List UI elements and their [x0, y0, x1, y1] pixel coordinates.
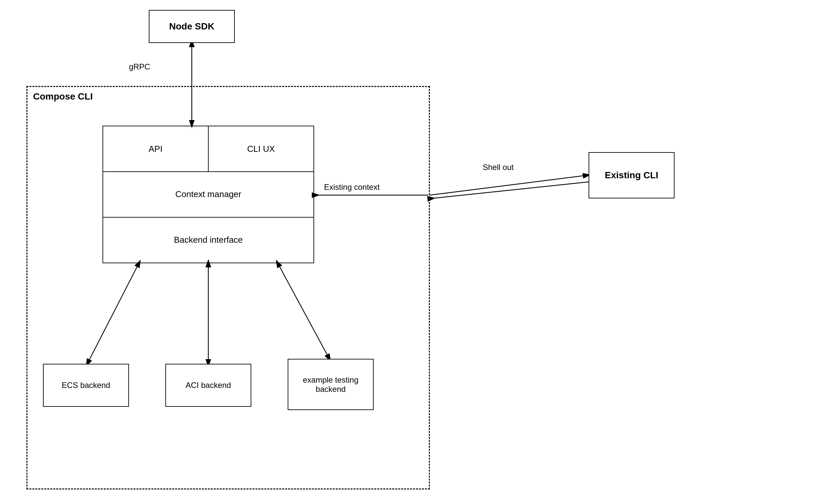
api-label: API — [149, 144, 163, 154]
shell-out-arrow-right — [430, 175, 587, 195]
shell-out-label: Shell out — [483, 163, 514, 172]
grpc-label: gRPC — [129, 62, 150, 72]
ecs-backend-label: ECS backend — [62, 381, 110, 390]
compose-cli-label: Compose CLI — [33, 91, 93, 102]
cli-ux-label: CLI UX — [247, 144, 275, 154]
existing-cli-box: Existing CLI — [589, 152, 675, 198]
api-cli-row: API CLI UX — [103, 126, 314, 172]
context-manager-row: Context manager — [103, 171, 314, 218]
node-sdk-box: Node SDK — [149, 10, 235, 43]
node-sdk-label: Node SDK — [169, 21, 215, 32]
aci-backend-box: ACI backend — [165, 364, 251, 407]
backend-interface-label: Backend interface — [174, 235, 243, 245]
diagram-container: Node SDK gRPC Compose CLI API CLI UX Con… — [0, 0, 824, 504]
cli-ux-cell: CLI UX — [209, 126, 313, 171]
backend-interface-row: Backend interface — [103, 217, 314, 263]
example-testing-backend-label: example testing backend — [288, 375, 373, 394]
context-manager-label: Context manager — [175, 189, 241, 199]
api-cell: API — [103, 126, 209, 171]
existing-cli-label: Existing CLI — [605, 170, 658, 181]
aci-backend-label: ACI backend — [186, 381, 231, 390]
ecs-backend-box: ECS backend — [43, 364, 129, 407]
example-testing-backend-box: example testing backend — [288, 359, 374, 410]
shell-out-arrow-left — [431, 182, 589, 198]
existing-context-label: Existing context — [324, 183, 380, 192]
